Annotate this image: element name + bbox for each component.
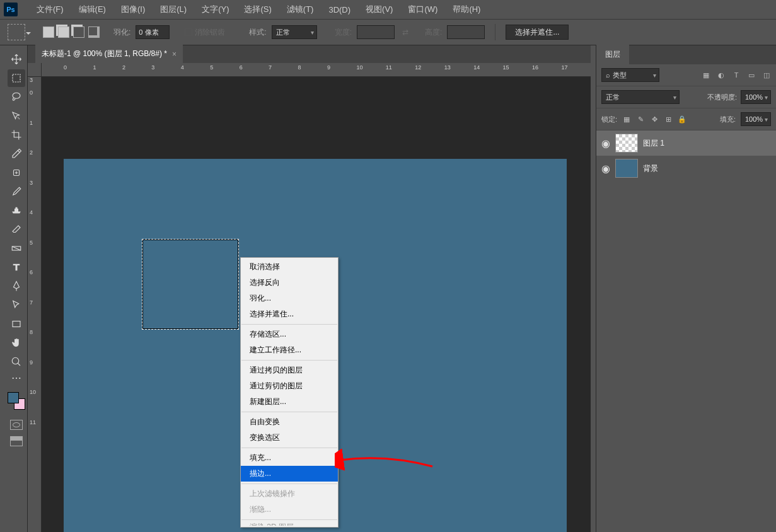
marquee-selection[interactable] <box>142 239 239 330</box>
menu-3d[interactable]: 3D(D) <box>321 5 358 14</box>
layer-filter-select[interactable]: ⌕类型 <box>601 68 659 82</box>
canvas[interactable]: 取消选择 选择反向 羽化... 选择并遮住... 存储选区... 建立工作路径.… <box>64 159 567 532</box>
foreground-background-colors[interactable] <box>8 392 25 410</box>
svg-rect-4 <box>13 321 20 327</box>
layer-row[interactable]: ◉ 背景 <box>596 156 776 181</box>
move-tool[interactable] <box>8 50 25 68</box>
filter-shape-icon[interactable]: ▭ <box>747 71 756 79</box>
document-tab[interactable]: 未标题-1 @ 100% (图层 1, RGB/8#) * × <box>35 45 183 63</box>
menu-file[interactable]: 文件(F) <box>29 4 71 15</box>
lock-image-icon[interactable]: ✎ <box>636 115 645 124</box>
visibility-toggle-icon[interactable]: ◉ <box>596 163 615 175</box>
ctx-transform-selection[interactable]: 变换选区 <box>241 430 338 446</box>
menu-window[interactable]: 窗口(W) <box>400 4 445 15</box>
menu-layer[interactable]: 图层(L) <box>153 4 194 15</box>
visibility-toggle-icon[interactable]: ◉ <box>596 137 615 149</box>
fill-value[interactable]: 100% <box>741 112 771 126</box>
layers-tab[interactable]: 图层 <box>596 45 629 64</box>
clone-stamp-tool[interactable] <box>8 202 25 219</box>
ctx-separator <box>241 360 337 361</box>
hand-tool[interactable] <box>8 334 25 352</box>
blend-mode-select[interactable]: 正常 <box>601 90 680 104</box>
tool-extras-icon[interactable]: ⋯ <box>8 372 25 383</box>
path-selection-tool[interactable] <box>8 296 25 314</box>
close-tab-icon[interactable]: × <box>172 50 177 59</box>
select-and-mask-button[interactable]: 选择并遮住... <box>506 25 569 40</box>
ctx-fill[interactable]: 填充... <box>241 450 338 466</box>
ctx-select-and-mask[interactable]: 选择并遮住... <box>241 306 338 322</box>
rectangle-tool[interactable] <box>8 315 25 333</box>
lock-artboard-icon[interactable]: ⊞ <box>664 115 673 124</box>
menu-type[interactable]: 文字(Y) <box>194 4 236 15</box>
menu-filter[interactable]: 滤镜(T) <box>279 4 321 15</box>
opacity-value[interactable]: 100% <box>741 90 771 104</box>
menu-view[interactable]: 视图(V) <box>358 4 400 15</box>
ctx-free-transform[interactable]: 自由变换 <box>241 414 338 430</box>
style-select[interactable]: 正常 <box>272 25 317 39</box>
layer-thumbnail[interactable] <box>615 159 638 178</box>
ctx-select-inverse[interactable]: 选择反向 <box>241 275 338 291</box>
menu-image[interactable]: 图像(I) <box>113 4 153 15</box>
ctx-layer-via-copy[interactable]: 通过拷贝的图层 <box>241 362 338 378</box>
lock-label: 锁定: <box>601 115 617 124</box>
tool-preset-picker[interactable] <box>8 24 25 40</box>
eraser-tool[interactable] <box>8 221 25 238</box>
filter-type-icon[interactable]: T <box>732 71 741 79</box>
selection-intersect-icon[interactable] <box>88 26 100 38</box>
eyedropper-tool[interactable] <box>8 145 25 163</box>
lock-position-icon[interactable]: ✥ <box>650 115 659 124</box>
svg-point-1 <box>13 93 20 98</box>
brush-tool[interactable] <box>8 183 25 200</box>
marquee-tool[interactable] <box>8 69 25 87</box>
antialias-checkbox: 消除锯齿 <box>185 27 225 38</box>
canvas-viewport[interactable]: 取消选择 选择反向 羽化... 选择并遮住... 存储选区... 建立工作路径.… <box>42 77 591 532</box>
ctx-stroke[interactable]: 描边... <box>241 466 338 482</box>
feather-input[interactable] <box>136 25 170 39</box>
panel-collapse-handle[interactable] <box>591 45 596 532</box>
quick-mask-mode-icon[interactable] <box>10 420 23 430</box>
feather-label: 羽化: <box>113 27 130 38</box>
layers-list: ◉ 图层 1 ◉ 背景 <box>596 130 776 532</box>
menu-edit[interactable]: 编辑(E) <box>71 4 113 15</box>
screen-mode-icon[interactable] <box>10 436 23 446</box>
ctx-feather[interactable]: 羽化... <box>241 291 338 306</box>
zoom-tool[interactable] <box>8 353 25 371</box>
document-tabs: 未标题-1 @ 100% (图层 1, RGB/8#) * × <box>28 45 591 63</box>
width-input <box>357 25 395 39</box>
lock-all-icon[interactable]: 🔒 <box>678 115 686 124</box>
style-label: 样式: <box>249 27 266 38</box>
ctx-new-layer[interactable]: 新建图层... <box>241 394 338 410</box>
ruler-origin[interactable] <box>28 63 42 77</box>
ctx-make-work-path[interactable]: 建立工作路径... <box>241 342 338 358</box>
vertical-ruler[interactable]: 3 0 1 2 3 4 5 6 7 8 9 10 11 <box>28 77 42 532</box>
selection-new-icon[interactable] <box>43 26 54 38</box>
horizontal-ruler[interactable]: 0 1 2 3 4 5 6 7 8 9 10 11 12 13 14 15 16… <box>42 63 591 77</box>
layer-thumbnail[interactable] <box>615 134 638 153</box>
layer-name[interactable]: 图层 1 <box>643 138 664 149</box>
lock-transparent-icon[interactable]: ▦ <box>622 115 631 124</box>
height-input <box>447 25 485 39</box>
toolbar-collapse-handle[interactable] <box>0 45 5 532</box>
lasso-tool[interactable] <box>8 88 25 106</box>
type-tool[interactable] <box>8 258 25 276</box>
selection-subtract-icon[interactable] <box>73 26 84 38</box>
filter-smart-icon[interactable]: ◫ <box>762 71 771 79</box>
ctx-deselect[interactable]: 取消选择 <box>241 259 338 275</box>
crop-tool[interactable] <box>8 126 25 144</box>
gradient-tool[interactable] <box>8 240 25 257</box>
quick-selection-tool[interactable] <box>8 107 25 125</box>
ctx-layer-via-cut[interactable]: 通过剪切的图层 <box>241 378 338 394</box>
selection-mode-icons <box>43 26 100 38</box>
menu-select[interactable]: 选择(S) <box>236 4 279 15</box>
foreground-color-swatch[interactable] <box>8 392 19 403</box>
filter-pixel-icon[interactable]: ▦ <box>702 71 710 79</box>
pen-tool[interactable] <box>8 277 25 295</box>
ctx-save-selection[interactable]: 存储选区... <box>241 327 338 342</box>
menu-help[interactable]: 帮助(H) <box>445 4 488 15</box>
healing-brush-tool[interactable] <box>8 164 25 182</box>
selection-add-icon[interactable] <box>58 26 69 38</box>
filter-adjust-icon[interactable]: ◐ <box>717 71 726 79</box>
layer-row[interactable]: ◉ 图层 1 <box>596 130 776 156</box>
ctx-separator <box>241 448 337 448</box>
layer-name[interactable]: 背景 <box>643 163 658 174</box>
